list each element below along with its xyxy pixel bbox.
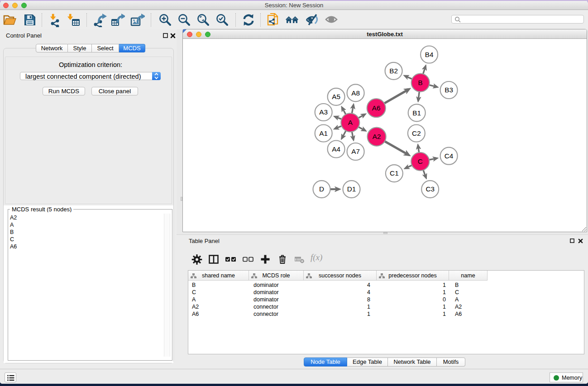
svg-text:A3: A3 <box>319 108 328 116</box>
svg-text:B2: B2 <box>389 67 398 75</box>
svg-text:D1: D1 <box>347 185 356 193</box>
svg-text:B: B <box>418 79 423 86</box>
svg-text:A6: A6 <box>372 104 381 112</box>
svg-text:C2: C2 <box>412 129 421 137</box>
svg-text:A4: A4 <box>332 145 340 153</box>
svg-text:B3: B3 <box>445 86 453 94</box>
svg-text:C4: C4 <box>445 152 454 160</box>
svg-text:A2: A2 <box>373 133 381 140</box>
svg-text:D: D <box>319 185 324 193</box>
svg-text:A7: A7 <box>351 148 360 155</box>
svg-text:A5: A5 <box>332 93 340 100</box>
svg-text:C: C <box>418 157 423 165</box>
svg-text:A: A <box>348 119 353 126</box>
svg-text:A1: A1 <box>319 129 328 137</box>
svg-text:C1: C1 <box>390 169 399 177</box>
svg-text:A8: A8 <box>351 89 360 97</box>
svg-text:C3: C3 <box>425 185 435 193</box>
svg-text:B4: B4 <box>425 51 434 58</box>
svg-text:B1: B1 <box>412 109 421 117</box>
